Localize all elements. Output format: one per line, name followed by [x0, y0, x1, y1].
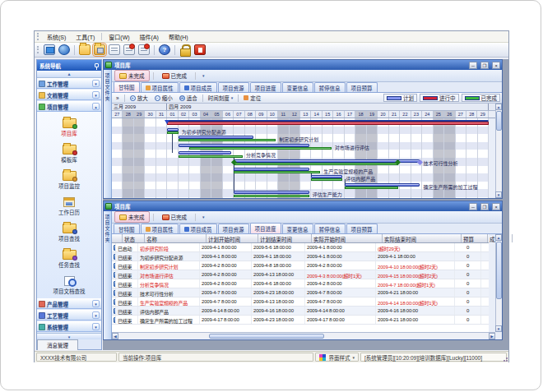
tab-项目进度[interactable]: 项目进度	[250, 223, 281, 233]
tab-项目进度[interactable]: 项目进度	[250, 82, 281, 92]
close-button[interactable]: ×	[492, 203, 500, 210]
locate-button[interactable]: 定位	[241, 93, 263, 103]
computer-icon[interactable]	[44, 44, 55, 55]
sidebar-scroll-up-button[interactable]: ▴	[37, 71, 101, 78]
sidebar-scroll-down-button[interactable]: ▾	[37, 333, 101, 339]
project-folder-side-tab[interactable]: 项目文件夹	[104, 211, 112, 339]
sidebar-item-项目查找[interactable]: 项目查找	[38, 219, 100, 246]
menu-item-3[interactable]: 窗口(W)	[104, 32, 134, 42]
zoom-in-button[interactable]: +放大	[128, 93, 151, 103]
menu-item-1[interactable]: 系统(S)	[42, 32, 71, 42]
actual-bar[interactable]	[179, 155, 243, 158]
sidebar-item-项目文档查找[interactable]: 项目文档查找	[38, 272, 100, 298]
scroll-thumb[interactable]	[496, 111, 502, 131]
tab-项目成员[interactable]: 项目成员	[179, 82, 217, 92]
tab-项目预算[interactable]: 项目预算	[346, 224, 378, 233]
table-row[interactable]: 已结束对市场进行评估2009-4-2 8:00:002009-4-13 18:0…	[112, 270, 489, 279]
sidebar-group-工艺管理[interactable]: 工艺管理▾	[37, 310, 101, 321]
time-scale-button[interactable]: 时间刻度 ▾	[206, 93, 236, 103]
filter-tab-未完成[interactable]: 未完成	[114, 70, 150, 81]
restore-button[interactable]: ❐	[480, 203, 489, 210]
interface-style-button[interactable]: 界面样式▾	[315, 353, 359, 362]
table-vertical-scrollbar[interactable]: ▲ ▼	[495, 234, 502, 332]
filter-tab-已完成[interactable]: 已完成	[157, 70, 193, 81]
tab-项目属性[interactable]: 项目属性	[141, 82, 179, 92]
menu-item-5[interactable]: 帮助(H)	[164, 32, 193, 42]
tab-项目成员[interactable]: 项目成员	[179, 224, 217, 233]
column-header-名称[interactable]: 名称	[145, 234, 207, 242]
filter-tab-已完成[interactable]: 已完成	[157, 211, 193, 223]
tab-项目资源[interactable]: 项目资源	[218, 82, 249, 92]
actual-bar[interactable]	[189, 147, 331, 150]
table-row[interactable]: 已结束技术可行性分析2009-4-7 8:00:002009-4-23 18:0…	[112, 288, 489, 297]
sidebar-item-项目监控[interactable]: 项目监控	[38, 167, 100, 193]
actual-bar[interactable]	[311, 178, 342, 181]
folder-open-icon[interactable]	[79, 44, 90, 55]
tab-项目资源[interactable]: 项目资源	[218, 224, 249, 233]
filter-tab-未完成[interactable]: 未完成	[114, 211, 150, 223]
sidebar-group-项目管理[interactable]: 项目管理▴	[37, 101, 101, 112]
minimize-button[interactable]: ─	[469, 62, 477, 69]
sidebar-item-工作日历[interactable]: 工作日历	[38, 193, 100, 219]
restore-button[interactable]: ❐	[480, 62, 489, 69]
globe-icon[interactable]	[58, 44, 70, 55]
tab-甘特图[interactable]: 甘特图	[114, 81, 140, 92]
actual-bar[interactable]	[234, 171, 320, 173]
help-icon[interactable]: ?	[159, 44, 170, 55]
tab-项目属性[interactable]: 项目属性	[141, 224, 179, 233]
table-row[interactable]: 已结束确定生产所需的加工过程2009-4-17 8:00:002009-4-23…	[112, 316, 489, 325]
scroll-down-arrow[interactable]: ▼	[495, 325, 502, 332]
actual-bar[interactable]	[234, 195, 309, 197]
expand-arrow-icon[interactable]: ▾	[92, 300, 100, 307]
table-row[interactable]: 已结束生产实验室规模的产品2009-4-7 8:00:002009-4-13 1…	[112, 297, 489, 307]
scroll-up-arrow[interactable]: ▲	[495, 234, 502, 241]
column-header-计划结束时间[interactable]: 计划结束时间	[258, 234, 312, 242]
pin-icon[interactable]	[95, 63, 99, 67]
tab-项目预算[interactable]: 项目预算	[346, 82, 378, 92]
menu-item-2[interactable]: 工具(T)	[71, 32, 100, 42]
scroll-up-arrow[interactable]: ▲	[495, 104, 502, 110]
expand-arrow-icon[interactable]: ▾	[92, 80, 100, 87]
sidebar-item-任务查找[interactable]: 任务查找	[38, 246, 100, 272]
column-header-状态[interactable]: 状态	[123, 234, 145, 242]
note-icon[interactable]	[109, 44, 120, 55]
sidebar-group-系统管理[interactable]: 系统管理▾	[37, 321, 101, 332]
table-row[interactable]: 已结束评估内部产品2009-4-14 8:00:002009-4-16 18:0…	[112, 307, 489, 316]
resize-grip[interactable]	[501, 355, 508, 362]
tab-暂停信息[interactable]: 暂停信息	[314, 224, 346, 233]
expand-arrow-icon[interactable]: ▾	[92, 323, 100, 330]
collapse-arrow-icon[interactable]: ▴	[92, 103, 100, 110]
expand-arrow-icon[interactable]: ▾	[92, 311, 100, 319]
sidebar-group-产品管理[interactable]: 产品管理▾	[37, 298, 101, 309]
sidebar-group-工作管理[interactable]: 工作管理▾	[37, 78, 101, 89]
column-header-实际开始时间[interactable]: 实际开始时间	[312, 234, 383, 242]
report-icon[interactable]	[123, 44, 135, 55]
actual-bar[interactable]	[345, 187, 398, 189]
column-header-selector[interactable]	[112, 234, 123, 242]
table-row[interactable]: 已结束分析竞争情况2009-4-2 8:00:002009-4-6 18:00:…	[112, 279, 489, 288]
tab-暂停信息[interactable]: 暂停信息	[314, 82, 346, 92]
filter-dropdown-icon[interactable]: ▾	[199, 214, 208, 219]
table-row[interactable]: 已结束为初步研究分配资源2009-4-1 8:00:002009-4-1 18:…	[112, 252, 489, 261]
tab-甘特图[interactable]: 甘特图	[114, 224, 140, 233]
table-horizontal-scrollbar[interactable]: ◀ ▶	[112, 332, 495, 339]
actual-bar[interactable]	[234, 163, 397, 165]
report-alert-icon[interactable]	[138, 44, 150, 55]
exit-icon[interactable]	[194, 44, 206, 55]
sidebar-group-文档管理[interactable]: 文档管理▾	[37, 90, 101, 100]
sidebar-item-项目库[interactable]: 项目库	[38, 114, 100, 141]
column-header-实际结束时间[interactable]: 实际结束时间	[383, 234, 462, 242]
menu-item-4[interactable]: 插件(A)	[135, 32, 164, 42]
tab-变更信息[interactable]: 变更信息	[282, 224, 313, 233]
summary-inprogress-bar[interactable]	[167, 122, 489, 125]
table-row[interactable]: 已启动初步研究阶段2009-4-1 8:00:002009-5-6 18:00:…	[112, 243, 489, 252]
close-button[interactable]: ×	[492, 62, 500, 69]
project-folder-side-tab[interactable]: 项目文件夹	[104, 70, 112, 198]
more-tools-button[interactable]: »	[114, 95, 122, 102]
tab-变更信息[interactable]: 变更信息	[282, 82, 313, 92]
scroll-thumb[interactable]	[496, 242, 502, 299]
filter-dropdown-icon[interactable]: ▾	[199, 73, 208, 78]
gantt-vertical-scrollbar[interactable]: ▲ ▼	[495, 104, 502, 198]
scroll-down-arrow[interactable]: ▼	[495, 191, 502, 198]
save-project-icon[interactable]	[94, 44, 105, 55]
